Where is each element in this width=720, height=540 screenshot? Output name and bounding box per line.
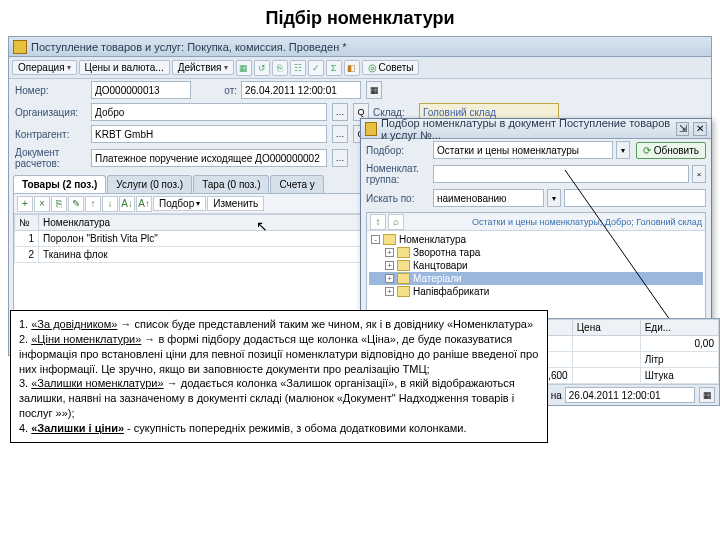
nomenclature-tree[interactable]: -Номенклатура +Зворотна тара +Канцтовари… [367,231,705,300]
col-n[interactable]: № [15,215,39,231]
tree-node[interactable]: +Зворотна тара [369,246,703,259]
pick-button[interactable]: Подбор▾ [153,196,206,211]
window-icon [13,40,27,54]
date-label: от: [195,85,237,96]
tab-accounts[interactable]: Счета у [270,175,323,193]
tab-tare[interactable]: Тара (0 поз.) [193,175,269,193]
expand-icon[interactable]: + [385,274,394,283]
folder-icon [397,247,410,258]
change-button[interactable]: Изменить [207,196,264,211]
tree-node[interactable]: -Номенклатура [369,233,703,246]
toolbar-icon-5[interactable]: ✓ [308,60,324,76]
group-label: Номенклат. группа: [366,163,430,185]
refresh-button[interactable]: ⟳Обновить [636,142,706,159]
tree-icon-1[interactable]: ↕ [370,214,386,230]
group-clear-icon[interactable]: × [692,165,706,183]
explanation-box: 1. «За довідником» → список буде предста… [10,310,548,443]
col-price[interactable]: Цена [572,320,640,336]
tips-button[interactable]: ◎Советы [362,60,420,75]
docr-lookup-icon[interactable]: … [332,149,348,167]
toolbar-icon-6[interactable]: Σ [326,60,342,76]
grid-del-icon[interactable]: × [34,196,50,212]
search-mode-field[interactable]: наименованию [433,189,544,207]
tree-toolbar: ↕ ⌕ Остатки и цены номенклатуры; Добро; … [367,213,705,231]
search-label: Искать по: [366,193,430,204]
popup-close-icon[interactable]: ✕ [693,122,707,136]
folder-icon [397,286,410,297]
tree-panel: ↕ ⌕ Остатки и цены номенклатуры; Добро; … [366,212,706,324]
grid-clone-icon[interactable]: ⎘ [51,196,67,212]
number-field[interactable]: ДО000000013 [91,81,191,99]
contr-field[interactable]: KRBT GmbH [91,125,327,143]
pick-mode-dropdown-icon[interactable]: ▾ [616,141,630,159]
docr-label: Документ расчетов: [15,147,87,169]
date-field[interactable]: 26.04.2011 12:00:01 [241,81,361,99]
operation-menu[interactable]: Операция▾ [12,60,77,75]
toolbar-icon-4[interactable]: ☷ [290,60,306,76]
search-text-field[interactable] [564,189,706,207]
grid-up-icon[interactable]: ↑ [85,196,101,212]
pick-popup: Подбор номенклатуры в документ Поступлен… [360,118,712,340]
page-heading: Підбір номенклатури [0,0,720,31]
popup-titlebar: Подбор номенклатуры в документ Поступлен… [361,119,711,139]
folder-icon [397,273,410,284]
grid-sort-icon[interactable]: A↓ [119,196,135,212]
grid-down-icon[interactable]: ↓ [102,196,118,212]
toolbar-icon-1[interactable]: ▦ [236,60,252,76]
main-toolbar: Операция▾ Цены и валюта... Действия▾ ▦ ↺… [9,57,711,79]
date-picker-icon[interactable]: ▦ [366,81,382,99]
tree-icon-2[interactable]: ⌕ [388,214,404,230]
grid-edit-icon[interactable]: ✎ [68,196,84,212]
docr-field[interactable]: Платежное поручение исходящее ДО00000000… [91,149,327,167]
tree-node[interactable]: +Канцтовари [369,259,703,272]
org-lookup-icon[interactable]: … [332,103,348,121]
tab-services[interactable]: Услуги (0 поз.) [107,175,192,193]
group-field[interactable] [433,165,689,183]
expand-icon[interactable]: - [371,235,380,244]
tree-status: Остатки и цены номенклатуры; Добро; Голо… [472,217,702,227]
footer-date-picker-icon[interactable]: ▦ [699,387,715,403]
col-unit[interactable]: Еди... [640,320,718,336]
popup-window-icon [365,122,377,136]
tree-node-selected[interactable]: +Матеріали [369,272,703,285]
org-field[interactable]: Добро [91,103,327,121]
tab-goods[interactable]: Товары (2 поз.) [13,175,106,193]
folder-icon [397,260,410,271]
toolbar-icon-2[interactable]: ↺ [254,60,270,76]
main-titlebar: Поступление товаров и услуг: Покупка, ко… [9,37,711,57]
tree-node[interactable]: +Напівфабрикати [369,285,703,298]
pick-mode-field[interactable]: Остатки и цены номенклатуры [433,141,613,159]
org-label: Организация: [15,107,87,118]
popup-title: Подбор номенклатуры в документ Поступлен… [381,117,672,141]
footer-date-field[interactable]: 26.04.2011 12:00:01 [565,387,695,403]
actions-menu[interactable]: Действия▾ [172,60,234,75]
toolbar-icon-3[interactable]: ⎘ [272,60,288,76]
window-title: Поступление товаров и услуг: Покупка, ко… [31,41,347,53]
expand-icon[interactable]: + [385,261,394,270]
prices-button[interactable]: Цены и валюта... [79,60,170,75]
expand-icon[interactable]: + [385,287,394,296]
pick-mode-label: Подбор: [366,145,430,156]
contr-lookup-icon[interactable]: … [332,125,348,143]
expand-icon[interactable]: + [385,248,394,257]
number-label: Номер: [15,85,87,96]
grid-add-icon[interactable]: + [17,196,33,212]
contr-label: Контрагент: [15,129,87,140]
search-mode-dropdown-icon[interactable]: ▾ [547,189,561,207]
grid-sort2-icon[interactable]: A↑ [136,196,152,212]
popup-dock-icon[interactable]: ⇲ [676,122,690,136]
folder-icon [383,234,396,245]
toolbar-icon-7[interactable]: ◧ [344,60,360,76]
